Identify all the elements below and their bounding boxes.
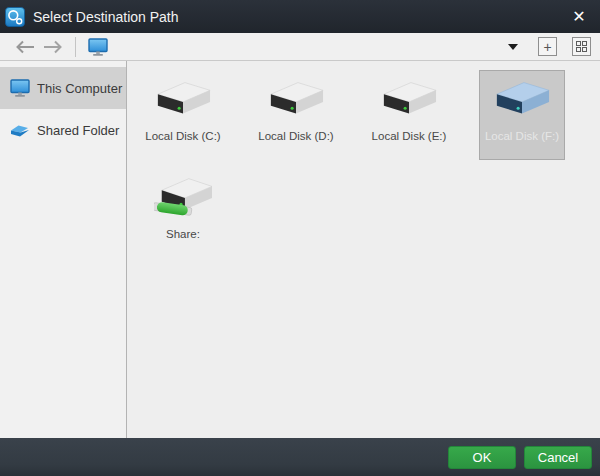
plus-icon: + xyxy=(543,40,551,54)
view-grid-button[interactable] xyxy=(572,37,591,56)
easeus-logo-icon xyxy=(5,7,25,27)
hard-drive-icon xyxy=(267,78,325,122)
sidebar-item-this-computer[interactable]: This Computer xyxy=(0,67,126,109)
drive-list: Local Disk (C:) Local Disk (D:) xyxy=(127,61,600,438)
arrow-left-icon xyxy=(13,40,35,54)
content-area: This Computer Shared Folder Local Disk (… xyxy=(0,61,600,438)
this-computer-button[interactable] xyxy=(84,35,112,59)
sidebar: This Computer Shared Folder xyxy=(0,61,127,438)
view-grid-icon xyxy=(576,41,587,52)
drive-tile-share[interactable]: Share: xyxy=(140,168,226,258)
drive-label: Local Disk (E:) xyxy=(372,130,447,142)
cancel-button[interactable]: Cancel xyxy=(524,446,592,469)
toolbar: + xyxy=(0,33,600,61)
drive-tile-c[interactable]: Local Disk (C:) xyxy=(140,70,226,160)
toolbar-divider xyxy=(75,37,76,57)
select-destination-dialog: Select Destination Path ✕ xyxy=(0,0,600,476)
drive-tile-e[interactable]: Local Disk (E:) xyxy=(366,70,452,160)
computer-monitor-icon xyxy=(10,79,30,97)
footer-bar: OK Cancel xyxy=(0,438,600,476)
view-dropdown-button[interactable] xyxy=(502,36,524,58)
drive-label: Local Disk (D:) xyxy=(258,130,333,142)
titlebar: Select Destination Path ✕ xyxy=(0,0,600,33)
shared-folder-icon xyxy=(10,121,30,139)
arrow-right-icon xyxy=(43,40,65,54)
dialog-title: Select Destination Path xyxy=(33,9,179,25)
sidebar-item-shared-folder[interactable]: Shared Folder xyxy=(0,109,126,151)
drive-label: Share: xyxy=(166,228,200,240)
drive-label: Local Disk (F:) xyxy=(485,130,559,142)
add-folder-button[interactable]: + xyxy=(538,37,557,56)
sidebar-item-label: This Computer xyxy=(37,81,122,96)
caret-down-icon xyxy=(508,44,518,50)
hard-drive-blue-icon xyxy=(493,78,551,122)
hard-drive-icon xyxy=(154,78,212,122)
drive-tile-f[interactable]: Local Disk (F:) xyxy=(479,70,565,160)
close-icon[interactable]: ✕ xyxy=(558,0,600,33)
hard-drive-network-icon xyxy=(154,176,212,220)
forward-button[interactable] xyxy=(39,35,69,59)
drive-label: Local Disk (C:) xyxy=(145,130,220,142)
back-button[interactable] xyxy=(9,35,39,59)
computer-monitor-icon xyxy=(88,38,108,56)
sidebar-item-label: Shared Folder xyxy=(37,123,119,138)
drive-tile-d[interactable]: Local Disk (D:) xyxy=(253,70,339,160)
hard-drive-icon xyxy=(380,78,438,122)
ok-button[interactable]: OK xyxy=(448,446,516,469)
